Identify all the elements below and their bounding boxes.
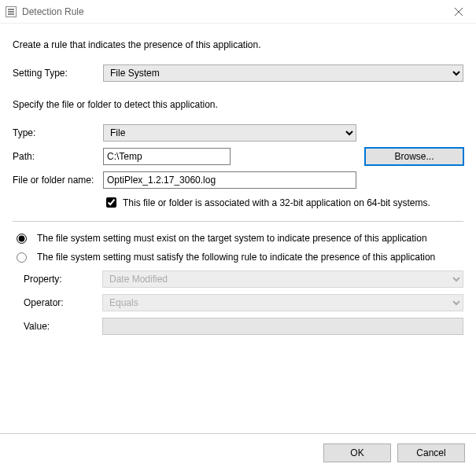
value-row: Value: xyxy=(24,318,463,335)
button-bar: OK Cancel xyxy=(0,433,476,471)
intro-text: Create a rule that indicates the presenc… xyxy=(13,39,463,50)
radio-must-satisfy[interactable] xyxy=(17,252,27,263)
value-label: Value: xyxy=(24,321,102,332)
radio-must-satisfy-label: The file system setting must satisfy the… xyxy=(37,252,435,263)
separator xyxy=(13,221,463,222)
browse-button[interactable]: Browse... xyxy=(365,148,463,165)
assoc32-checkbox[interactable] xyxy=(106,197,116,208)
rule-subform: Property: Date Modified Operator: Equals… xyxy=(24,270,463,335)
operator-select: Equals xyxy=(102,294,463,311)
property-label: Property: xyxy=(24,274,102,285)
type-label: Type: xyxy=(13,127,103,138)
setting-type-row: Setting Type: File System xyxy=(13,64,463,82)
operator-label: Operator: xyxy=(24,297,102,308)
assoc32-row: This file or folder is associated with a… xyxy=(103,195,463,210)
file-name-input[interactable] xyxy=(103,171,356,189)
close-icon xyxy=(455,8,463,16)
cancel-button[interactable]: Cancel xyxy=(397,443,465,462)
setting-type-select[interactable]: File System xyxy=(103,64,463,82)
svg-rect-3 xyxy=(8,13,14,15)
dialog-content: Create a rule that indicates the presenc… xyxy=(0,24,476,335)
file-name-label: File or folder name: xyxy=(13,175,103,186)
property-select: Date Modified xyxy=(102,270,463,288)
operator-row: Operator: Equals xyxy=(24,294,463,311)
specify-text: Specify the file or folder to detect thi… xyxy=(13,99,463,110)
assoc32-label: This file or folder is associated with a… xyxy=(123,197,430,208)
value-input xyxy=(102,318,463,335)
svg-rect-1 xyxy=(8,9,14,10)
path-row: Path: Browse... xyxy=(13,148,463,165)
titlebar: Detection Rule xyxy=(0,0,476,24)
radio-must-satisfy-row: The file system setting must satisfy the… xyxy=(13,252,463,263)
path-label: Path: xyxy=(13,151,103,162)
svg-rect-2 xyxy=(8,11,14,13)
radio-must-exist-row: The file system setting must exist on th… xyxy=(13,233,463,244)
app-icon xyxy=(5,6,17,18)
window-title: Detection Rule xyxy=(22,6,84,17)
close-button[interactable] xyxy=(441,0,476,24)
type-row: Type: File xyxy=(13,124,463,142)
type-select[interactable]: File xyxy=(103,124,356,142)
radio-must-exist-label: The file system setting must exist on th… xyxy=(37,233,427,244)
radio-must-exist[interactable] xyxy=(17,234,27,244)
file-name-row: File or folder name: xyxy=(13,171,463,189)
path-input[interactable] xyxy=(103,148,231,165)
property-row: Property: Date Modified xyxy=(24,270,463,288)
ok-button[interactable]: OK xyxy=(323,443,391,462)
setting-type-label: Setting Type: xyxy=(13,68,103,79)
